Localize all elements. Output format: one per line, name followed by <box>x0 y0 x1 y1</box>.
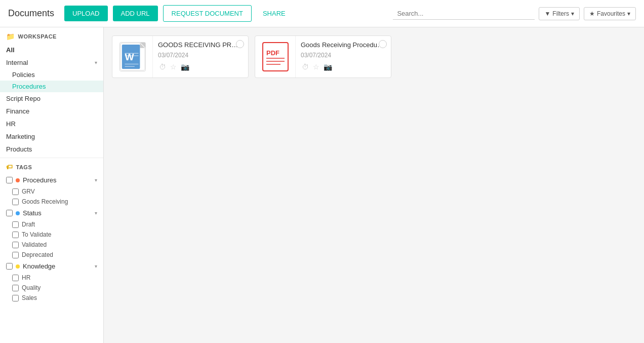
tag-icon: 🏷 <box>6 163 13 171</box>
checkbox-to-validate[interactable] <box>12 232 19 238</box>
folder-icon: 📁 <box>6 32 15 41</box>
tag-item-draft[interactable]: Draft <box>0 219 103 230</box>
tag-group-status: Status ▾ Draft To Validate Validated <box>0 207 103 260</box>
request-document-button[interactable]: REQUEST DOCUMENT <box>163 5 252 22</box>
header: Documents UPLOAD ADD URL REQUEST DOCUMEN… <box>0 0 644 27</box>
tag-group-procedures: Procedures ▾ GRV Goods Receiving <box>0 174 103 207</box>
tag-group-checkbox-knowledge[interactable] <box>6 263 13 270</box>
tag-group-header-knowledge[interactable]: Knowledge ▾ <box>0 260 103 273</box>
upload-button[interactable]: UPLOAD <box>64 6 107 21</box>
page-title: Documents <box>8 8 54 19</box>
sidebar-item-policies[interactable]: Policies <box>0 69 103 81</box>
tag-group-checkbox-status[interactable] <box>6 210 13 216</box>
svg-rect-8 <box>263 43 288 71</box>
sidebar-item-script-repo[interactable]: Script Repo <box>0 92 103 105</box>
doc-actions-2: ⏱ ☆ 📷 <box>301 62 386 72</box>
sidebar-item-procedures[interactable]: Procedures <box>0 81 103 92</box>
checkbox-hr[interactable] <box>12 275 19 281</box>
procedures-dot <box>16 178 20 182</box>
filters-button[interactable]: ▼ Filters ▾ <box>539 7 580 20</box>
sidebar: 📁 WORKSPACE All Internal ▾ Policies Proc… <box>0 27 104 343</box>
sidebar-item-products[interactable]: Products <box>0 143 103 156</box>
checkbox-deprecated[interactable] <box>12 252 19 258</box>
tag-item-grv[interactable]: GRV <box>0 186 103 197</box>
doc-camera-btn-1[interactable]: 📷 <box>180 62 190 72</box>
doc-info-1: GOODS RECEIVING PROCEDURE.d... 03/07/202… <box>153 36 248 78</box>
main-layout: 📁 WORKSPACE All Internal ▾ Policies Proc… <box>0 27 644 343</box>
workspace-header: 📁 WORKSPACE <box>0 27 103 44</box>
sidebar-item-finance[interactable]: Finance <box>0 105 103 118</box>
tag-group-header-status[interactable]: Status ▾ <box>0 207 103 219</box>
tag-item-sales[interactable]: Sales <box>0 293 103 303</box>
document-card-1[interactable]: W GOODS RECEIVING PROCEDURE.d... 03/07/2… <box>112 35 249 78</box>
doc-date-2: 03/07/2024 <box>301 52 386 59</box>
doc-schedule-btn-2[interactable]: ⏱ <box>301 62 310 72</box>
share-button[interactable]: SHARE <box>257 6 292 21</box>
filter-chevron-icon: ▾ <box>571 10 574 17</box>
svg-text:PDF: PDF <box>266 49 279 57</box>
tags-header: 🏷 TAGS <box>0 158 103 174</box>
header-left: Documents UPLOAD ADD URL REQUEST DOCUMEN… <box>8 5 292 22</box>
tag-group-header-procedures[interactable]: Procedures ▾ <box>0 174 103 186</box>
doc-icon-area-2: PDF <box>255 36 296 78</box>
knowledge-dot <box>16 264 20 269</box>
doc-select-2[interactable] <box>379 40 387 48</box>
tag-item-validated[interactable]: Validated <box>0 240 103 250</box>
sidebar-group-header-internal[interactable]: Internal ▾ <box>0 56 103 69</box>
checkbox-validated[interactable] <box>12 242 19 248</box>
tag-item-quality[interactable]: Quality <box>0 283 103 293</box>
status-chevron-icon: ▾ <box>95 210 97 216</box>
pdf-doc-icon: PDF <box>262 42 289 71</box>
checkbox-quality[interactable] <box>12 285 19 291</box>
checkbox-sales[interactable] <box>12 295 19 301</box>
svg-marker-1 <box>140 43 145 48</box>
sidebar-item-hr[interactable]: HR <box>0 118 103 130</box>
tag-item-deprecated[interactable]: Deprecated <box>0 250 103 260</box>
doc-select-1[interactable] <box>236 40 244 48</box>
document-card-2[interactable]: PDF Goods Receiving Procedure.pdf 03/07/… <box>255 35 391 78</box>
checkbox-grv[interactable] <box>12 188 19 195</box>
content-area: W GOODS RECEIVING PROCEDURE.d... 03/07/2… <box>104 27 644 343</box>
tag-group-knowledge: Knowledge ▾ HR Quality Sales <box>0 260 103 303</box>
fav-chevron-icon: ▾ <box>627 10 630 17</box>
status-dot <box>16 211 20 215</box>
filter-icon: ▼ <box>544 10 550 17</box>
star-icon: ★ <box>589 10 595 17</box>
word-doc-icon: W <box>119 42 146 71</box>
doc-date-1: 03/07/2024 <box>158 52 243 59</box>
doc-actions-1: ⏱ ☆ 📷 <box>158 62 243 72</box>
knowledge-chevron-icon: ▾ <box>95 263 97 269</box>
doc-icon-area-1: W <box>112 36 153 78</box>
doc-name-2: Goods Receiving Procedure.pdf <box>301 41 384 49</box>
doc-info-2: Goods Receiving Procedure.pdf 03/07/2024… <box>296 36 391 78</box>
doc-camera-btn-2[interactable]: 📷 <box>323 62 333 72</box>
sidebar-item-all[interactable]: All <box>0 44 103 56</box>
tag-item-goods-receiving[interactable]: Goods Receiving <box>0 197 103 207</box>
checkbox-goods-receiving[interactable] <box>12 199 19 205</box>
doc-star-btn-1[interactable]: ☆ <box>169 62 178 72</box>
doc-schedule-btn-1[interactable]: ⏱ <box>158 62 167 72</box>
header-right: ▼ Filters ▾ ★ Favourites ▾ <box>393 7 636 20</box>
tag-item-hr[interactable]: HR <box>0 273 103 283</box>
documents-grid: W GOODS RECEIVING PROCEDURE.d... 03/07/2… <box>112 35 636 78</box>
internal-chevron-icon: ▾ <box>95 60 97 65</box>
procedures-chevron-icon: ▾ <box>95 177 97 183</box>
sidebar-group-internal: Internal ▾ Policies Procedures <box>0 56 103 92</box>
checkbox-draft[interactable] <box>12 221 19 228</box>
favourites-button[interactable]: ★ Favourites ▾ <box>584 7 636 20</box>
search-input[interactable] <box>393 8 535 20</box>
add-url-button[interactable]: ADD URL <box>113 6 158 21</box>
tag-group-checkbox-procedures[interactable] <box>6 177 13 183</box>
tag-item-to-validate[interactable]: To Validate <box>0 230 103 240</box>
doc-star-btn-2[interactable]: ☆ <box>312 62 320 72</box>
sidebar-item-marketing[interactable]: Marketing <box>0 130 103 143</box>
doc-name-1: GOODS RECEIVING PROCEDURE.d... <box>158 41 242 49</box>
